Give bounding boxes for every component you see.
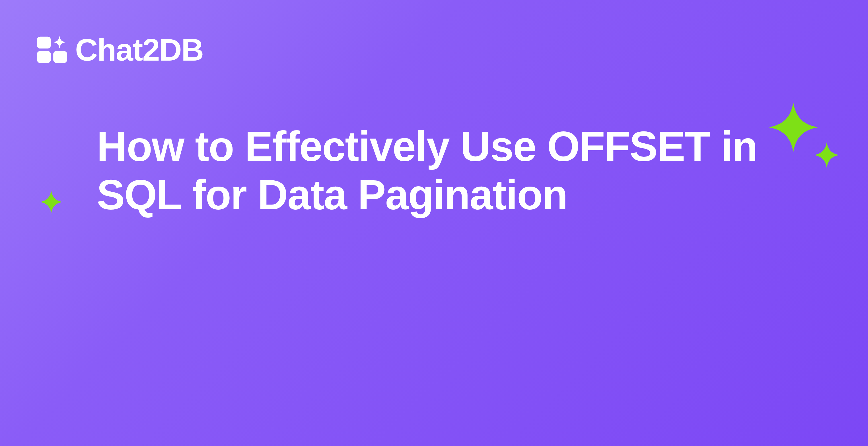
- page-title: How to Effectively Use OFFSET in SQL for…: [97, 122, 777, 219]
- svg-rect-1: [37, 51, 51, 63]
- svg-rect-2: [53, 51, 67, 63]
- sparkle-icon: [40, 191, 63, 213]
- brand-name: Chat2DB: [75, 34, 204, 65]
- sparkle-icon: [814, 142, 840, 168]
- svg-rect-0: [37, 37, 51, 49]
- sparkle-icon: [768, 102, 818, 152]
- brand-logo: Chat2DB: [37, 34, 204, 65]
- logo-mark-icon: [37, 34, 68, 65]
